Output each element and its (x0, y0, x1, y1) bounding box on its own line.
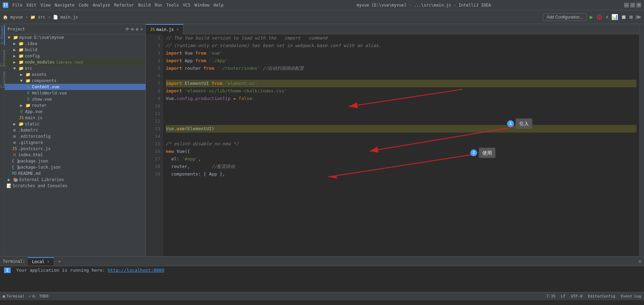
terminal-local-label: Local (32, 259, 44, 264)
add-configuration-button[interactable]: Add Configuration... (543, 13, 587, 21)
project-panel-icon[interactable]: 1: Project (0, 25, 5, 45)
encoding-display[interactable]: UTF-8 (571, 294, 582, 298)
tree-item-label: src (25, 66, 32, 71)
tree-item-label: README.md (18, 171, 41, 176)
window-title: myvue [E:\vue\myvue] - ...\src\main.js -… (224, 3, 624, 8)
menu-vcs[interactable]: VCS (183, 3, 191, 8)
tree-item-external-libraries[interactable]: ▶ 📚 External Libraries (5, 177, 146, 183)
tab-close-button[interactable]: ✕ (176, 27, 179, 32)
terminal-title-label: Terminal: (3, 259, 25, 264)
menu-bar[interactable]: File Edit View Navigate Code Analyze Ref… (12, 3, 224, 8)
editor-config-display[interactable]: EditorConfig (588, 294, 615, 298)
window-controls[interactable]: — □ ✕ (624, 3, 641, 8)
code-line-8: import 'element-ui/lib/theme-chalk/index… (166, 87, 636, 95)
tree-item-idea[interactable]: ▶ 📁 .idea (5, 41, 146, 47)
stop-button[interactable]: ⏹ (621, 14, 626, 20)
menu-view[interactable]: View (41, 3, 51, 8)
terminal-add-button[interactable]: + (58, 259, 61, 264)
sync-icon[interactable]: ⟳ (126, 27, 129, 32)
tree-expand-icon: ▶ (12, 41, 17, 46)
tree-item-postcssrc[interactable]: JS .postcssrc.js (5, 146, 146, 152)
tree-item-assets[interactable]: ▶ 📁 assets (5, 71, 146, 78)
tree-item-gitignore[interactable]: ⚙ .gitignore (5, 139, 146, 146)
tree-item-router[interactable]: ▶ 📁 router (5, 102, 146, 109)
tree-expand-icon: ▶ (6, 177, 12, 182)
menu-help[interactable]: Help (214, 3, 224, 8)
code-content[interactable]: // The Vue build version to load with th… (163, 34, 639, 256)
menu-window[interactable]: Window (194, 3, 209, 8)
annotation-tooltip-1: 引入 (516, 118, 532, 129)
menu-refactor[interactable]: Refactor (114, 3, 134, 8)
run-button[interactable]: ▶ (590, 14, 593, 20)
tree-item-static[interactable]: ▶ 📁 static (5, 121, 146, 127)
tree-item-readme-md[interactable]: MD README.md (5, 170, 146, 177)
profile-button[interactable]: 📊 (611, 14, 618, 20)
minimize-button[interactable]: — (624, 3, 629, 8)
menu-build[interactable]: Build (138, 3, 151, 8)
menu-navigate[interactable]: Navigate (55, 3, 75, 8)
settings-icon[interactable]: ⚙ (136, 27, 138, 32)
line-ending-display[interactable]: LF (561, 294, 566, 298)
tab-main-js[interactable]: JS main.js ✕ (146, 24, 183, 34)
tree-item-show-vue[interactable]: V show.vue (5, 96, 146, 102)
tree-item-package-json[interactable]: { } package.json (5, 158, 146, 164)
terminal-local-tab[interactable]: Local ✕ (28, 257, 54, 266)
terminal-url-link[interactable]: http://localhost:8089 (108, 268, 164, 273)
tab-label: main.js (156, 27, 174, 32)
structure-panel-icon[interactable]: Z: Structure (0, 46, 5, 67)
favorites-panel-icon[interactable]: 2: Favorites (0, 67, 5, 88)
tree-item-label: config (25, 54, 40, 58)
more-button[interactable]: ≫ (635, 14, 641, 20)
terminal-area: Terminal: Local ✕ + ⚙ I Your application… (0, 256, 644, 292)
terminal-text: Your application is running here: (16, 268, 108, 273)
folder-expand-icon: ▼ (6, 35, 12, 40)
terminal-close-button[interactable]: ✕ (47, 259, 50, 264)
tree-item-main-js[interactable]: JS main.js (5, 115, 146, 121)
breadcrumb-mainjs[interactable]: 📄 main.js (53, 15, 78, 20)
debug-button[interactable]: 🐞 (596, 14, 603, 20)
coverage-button[interactable]: ⚡ (605, 14, 609, 20)
tree-item-editorconfig[interactable]: ⚙ .editorconfig (5, 133, 146, 139)
tree-item-label: static (25, 122, 40, 126)
menu-tools[interactable]: Tools (167, 3, 179, 8)
tree-item-src[interactable]: ▼ 📁 src (5, 65, 146, 71)
tree-item-index-html[interactable]: H index.html (5, 152, 146, 158)
annotation-circle-2: 2 (470, 149, 477, 156)
terminal-settings-icon[interactable]: ⚙ (638, 259, 641, 264)
breadcrumb: 🏠 myvue › 📁 src › 📄 main.js (3, 15, 78, 20)
tree-item-app-vue[interactable]: V App.vue (5, 109, 146, 115)
menu-edit[interactable]: Edit (26, 3, 36, 8)
tree-item-package-lock-json[interactable]: { } package-lock.json (5, 164, 146, 170)
tree-item-babelrc[interactable]: ⚙ .babelrc (5, 127, 146, 133)
tree-item-components[interactable]: ▼ 📁 components (5, 78, 146, 84)
menu-code[interactable]: Code (79, 3, 89, 8)
breadcrumb-myvue[interactable]: 🏠 myvue (3, 15, 23, 20)
code-line-19: components: { App }, (166, 170, 636, 178)
tree-expand-icon: ▶ (12, 60, 17, 65)
tree-item-content-vue[interactable]: V Content.vue (5, 84, 146, 90)
menu-analyze[interactable]: Analyze (93, 3, 110, 8)
tree-expand-icon: ▼ (12, 66, 17, 71)
code-area[interactable]: 1 2 3 4 5 6 7 8 9 10 11 12 13 14 15 16 1… (146, 34, 639, 256)
tree-item-config[interactable]: ▶ 📁 config (5, 53, 146, 59)
library-icon: 📚 (13, 177, 18, 182)
folder-icon: 📁 (18, 47, 24, 52)
tree-item-scratches[interactable]: 📝 Scratches and Consoles (5, 183, 146, 189)
tree-item-node-modules[interactable]: ▶ 📁 node_modules library root (5, 59, 146, 65)
tree-item-helloworld-vue[interactable]: V HelloWorld.vue (5, 90, 146, 96)
todo-bottom-tab[interactable]: ✓ 6: TODO (29, 294, 49, 298)
terminal-bottom-tab[interactable]: ▣ Terminal (3, 294, 25, 298)
menu-run[interactable]: Run (155, 3, 162, 8)
close-button[interactable]: ✕ (636, 3, 641, 8)
tree-item-build[interactable]: ▶ 📁 build (5, 47, 146, 53)
breadcrumb-src[interactable]: 📁 src (30, 15, 45, 20)
code-line-13: Vue.use(ElementUI) (166, 125, 636, 133)
event-log-button[interactable]: Event Log (621, 294, 641, 298)
maximize-button[interactable]: □ (630, 3, 635, 8)
close-sidebar-icon[interactable]: ✕ (140, 27, 143, 32)
layout-button[interactable]: ⊞ (629, 14, 633, 20)
menu-file[interactable]: File (12, 3, 22, 8)
right-panel (639, 24, 644, 256)
collapse-icon[interactable]: ⊟ (131, 27, 133, 32)
tree-item-myvue[interactable]: ▼ 📁 myvue E:\vue\myvue (5, 34, 146, 41)
